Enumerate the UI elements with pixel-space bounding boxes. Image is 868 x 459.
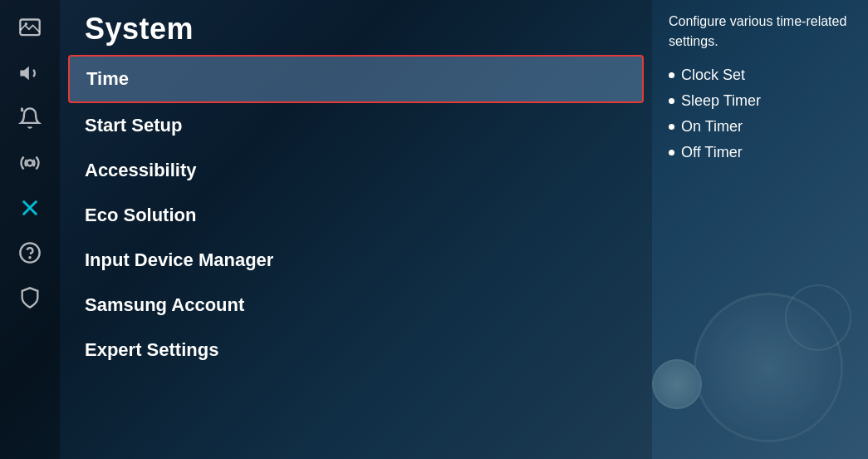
menu-item-time[interactable]: Time — [68, 55, 644, 103]
menu-item-input-device-manager[interactable]: Input Device Manager — [68, 238, 644, 283]
menu-item-samsung-account[interactable]: Samsung Account — [68, 283, 644, 328]
svg-marker-2 — [20, 67, 28, 80]
menu-list: TimeStart SetupAccessibilityEco Solution… — [60, 55, 652, 459]
menu-item-start-setup[interactable]: Start Setup — [68, 103, 644, 148]
info-list-item: On Timer — [669, 118, 851, 136]
info-list: Clock SetSleep TimerOn TimerOff Timer — [669, 67, 851, 161]
menu-item-expert-settings[interactable]: Expert Settings — [68, 328, 644, 373]
page-title: System — [60, 0, 652, 55]
menu-item-eco-solution[interactable]: Eco Solution — [68, 193, 644, 238]
sidebar — [0, 0, 60, 459]
info-list-item-label: Sleep Timer — [681, 92, 761, 110]
info-list-item: Clock Set — [669, 67, 851, 84]
svg-line-4 — [22, 108, 23, 110]
info-list-item-label: Clock Set — [681, 67, 745, 84]
info-list-item-label: Off Timer — [681, 144, 743, 161]
info-list-item-label: On Timer — [681, 118, 743, 136]
support-icon[interactable] — [10, 233, 50, 273]
svg-point-1 — [25, 22, 27, 26]
system-icon[interactable] — [10, 188, 50, 228]
sound-icon[interactable] — [10, 53, 50, 93]
bullet-icon — [669, 72, 674, 78]
info-description: Configure various time-related settings. — [669, 12, 851, 52]
bullet-icon — [669, 150, 674, 155]
main-layout: System TimeStart SetupAccessibilityEco S… — [0, 0, 868, 459]
info-list-item: Sleep Timer — [669, 92, 851, 110]
shield-icon[interactable] — [10, 278, 50, 318]
bullet-icon — [669, 98, 674, 104]
notification-icon[interactable] — [10, 98, 50, 138]
bullet-icon — [669, 124, 674, 130]
main-content: System TimeStart SetupAccessibilityEco S… — [60, 0, 652, 459]
info-panel: Configure various time-related settings.… — [652, 0, 868, 459]
svg-point-5 — [27, 160, 33, 166]
picture-icon[interactable] — [10, 8, 50, 48]
info-list-item: Off Timer — [669, 144, 851, 161]
menu-item-accessibility[interactable]: Accessibility — [68, 148, 644, 193]
antenna-icon[interactable] — [10, 143, 50, 183]
